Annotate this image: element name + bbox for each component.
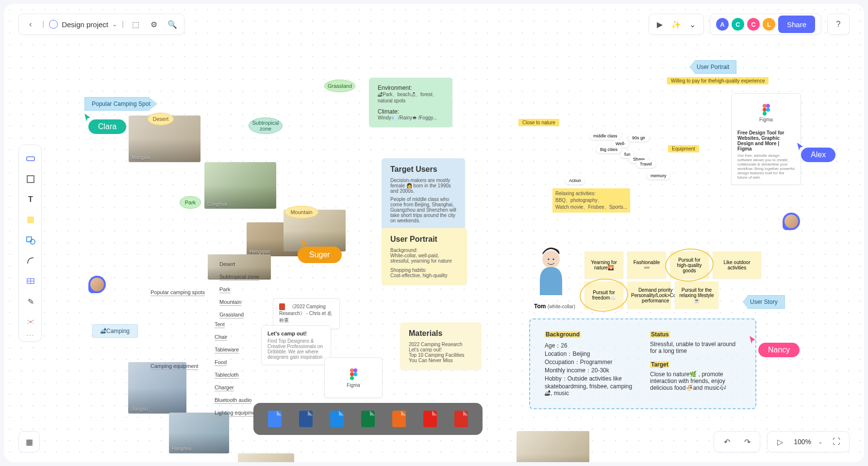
oval-mountain[interactable]: Mountain: [284, 206, 318, 218]
file-icon-slides[interactable]: [330, 411, 344, 427]
link-card-camp[interactable]: Let's camp out! Find Top Designers & Cre…: [261, 325, 331, 365]
file-icon-word[interactable]: [299, 411, 313, 427]
mindmap-leaf[interactable]: Charger: [215, 384, 234, 391]
share-button[interactable]: Share: [778, 16, 815, 33]
note-target-users[interactable]: Target Users Decision-makers are mostly …: [382, 158, 465, 230]
tag-user-story[interactable]: User Story: [743, 295, 785, 309]
pill[interactable]: middle class: [589, 132, 621, 140]
relaxing-block: Relaxing activities: BBQ、photography、 Wa…: [552, 188, 630, 213]
link-card-ppt[interactable]: 《2022 Camping Research》 - Chris et 名称重: [273, 298, 340, 329]
sparkle-icon[interactable]: ✨: [669, 17, 683, 31]
search-icon[interactable]: 🔍: [166, 17, 179, 31]
tool-frame[interactable]: [19, 169, 42, 189]
undo-button[interactable]: ↶: [720, 435, 734, 449]
mindmap-leaf[interactable]: Chair: [215, 334, 227, 341]
back-button[interactable]: ‹: [24, 17, 37, 31]
oval-park[interactable]: Park: [180, 196, 201, 209]
svg-point-16: [353, 372, 357, 376]
cursor-icon[interactable]: ▷: [773, 435, 787, 449]
label-equipment: Equipment: [668, 144, 699, 152]
tag-user-portrait[interactable]: User Portrait: [689, 60, 736, 74]
avatar[interactable]: C: [747, 18, 760, 31]
oval-subtropical[interactable]: Subtropical zone: [249, 117, 283, 134]
trait[interactable]: Pursuit for freedom☁️: [584, 282, 623, 309]
mindmap-leaf[interactable]: Bluetooth audio: [215, 397, 251, 404]
mindmap-leaf[interactable]: Food: [215, 359, 227, 366]
pill[interactable]: memory: [647, 172, 670, 180]
pill[interactable]: Action: [565, 177, 585, 184]
mindmap-leaf[interactable]: Tent: [215, 321, 225, 328]
mindmap-leaf[interactable]: Tablecloth: [215, 372, 239, 379]
note-user-portrait[interactable]: User Portrait Background: White-collar, …: [382, 228, 467, 285]
minimap-button[interactable]: ▦: [18, 431, 40, 452]
user-presence-2[interactable]: [783, 213, 800, 230]
pill[interactable]: Travel: [636, 160, 656, 168]
svg-point-13: [350, 368, 354, 372]
persona: Tom (white-collar): [534, 247, 575, 310]
mindmap-leaf[interactable]: Desert: [219, 261, 235, 268]
tool-table[interactable]: [19, 271, 42, 291]
trait[interactable]: Yearning for nature🌄: [584, 251, 623, 279]
mindmap-leaf[interactable]: Grassland: [219, 312, 244, 318]
file-icon-excel[interactable]: [361, 411, 375, 427]
file-icon-ppt[interactable]: [392, 411, 406, 427]
tag-icon[interactable]: ⬚: [129, 17, 142, 31]
link-card-figma[interactable]: Figma: [324, 357, 383, 398]
file-dock[interactable]: [253, 403, 483, 435]
tool-text[interactable]: T: [19, 190, 42, 209]
mindmap-node[interactable]: Popular camping spots: [150, 289, 205, 296]
svg-point-17: [350, 376, 354, 380]
tool-mindmap[interactable]: [19, 312, 42, 332]
svg-point-24: [548, 259, 550, 260]
mindmap-leaf[interactable]: Subtropical zone: [219, 274, 259, 281]
file-icon-pdf[interactable]: [423, 411, 437, 427]
mindmap-node[interactable]: Camping equipment: [150, 363, 198, 370]
redo-button[interactable]: ↷: [740, 435, 754, 449]
pill[interactable]: 90s gir: [628, 134, 649, 142]
image-node[interactable]: Anji: [238, 453, 294, 462]
link-card-figma-site[interactable]: Figma Free Design Tool for Websites, Gra…: [731, 93, 801, 185]
fit-icon[interactable]: ⛶: [830, 435, 843, 449]
avatar[interactable]: C: [732, 18, 744, 31]
mindmap-leaf[interactable]: Park: [219, 286, 231, 293]
oval-desert[interactable]: Desert: [148, 113, 174, 125]
svg-point-18: [763, 104, 767, 108]
zoom-level[interactable]: 100%: [794, 438, 811, 446]
trait[interactable]: Fashionable 👓: [627, 251, 666, 279]
tool-pen[interactable]: ✎: [19, 292, 42, 311]
oval-grassland[interactable]: Grassland: [324, 80, 355, 92]
tool-shape[interactable]: [19, 231, 42, 250]
svg-point-14: [353, 368, 357, 372]
tag-popular-spot[interactable]: Popular Camping Spot: [84, 97, 158, 111]
settings-icon[interactable]: ⚙: [147, 17, 161, 31]
file-icon-doc[interactable]: [268, 411, 282, 427]
pill[interactable]: Big cities: [596, 146, 621, 153]
image-node[interactable]: Hanghou: [169, 413, 229, 453]
svg-point-19: [766, 104, 770, 108]
note-env[interactable]: Environment: 🏕Park、beach🏖、forest、natural…: [369, 78, 452, 127]
avatar[interactable]: A: [716, 18, 729, 31]
svg-point-25: [553, 259, 554, 260]
file-icon-xmind[interactable]: [454, 411, 468, 427]
mindmap-leaf[interactable]: Mountain: [219, 299, 241, 306]
chevron-double-icon[interactable]: ⌄: [686, 17, 700, 31]
mindmap-leaf[interactable]: Tableware: [215, 347, 239, 353]
trait[interactable]: Pursuit for high-quality goods: [670, 251, 709, 279]
user-presence-1[interactable]: [88, 276, 106, 293]
user-story-box[interactable]: Background Age：26 Location：Beijing Occup…: [529, 318, 756, 409]
avatar[interactable]: L: [763, 18, 775, 31]
tool-select[interactable]: [19, 149, 42, 168]
tool-sticky[interactable]: [19, 210, 42, 230]
note-materials[interactable]: Materials 2022 Camping Research Let's ca…: [400, 322, 482, 370]
play-icon[interactable]: ▶: [653, 17, 667, 31]
tool-connector[interactable]: [19, 251, 42, 270]
image-node[interactable]: [517, 431, 589, 462]
trait[interactable]: Like outdoor activities: [713, 251, 761, 279]
project-title[interactable]: Design project ⌄: [49, 20, 117, 29]
mindmap-root[interactable]: 🏕Camping: [92, 324, 138, 338]
figma-icon: [349, 368, 358, 381]
help-icon[interactable]: ?: [832, 17, 845, 31]
image-node[interactable]: Conghua: [204, 162, 276, 209]
trait[interactable]: Pursuit for the relaxing lifestyle☕: [675, 282, 718, 309]
trait[interactable]: Demand priority Personality/Look>Cost pe…: [627, 282, 671, 309]
